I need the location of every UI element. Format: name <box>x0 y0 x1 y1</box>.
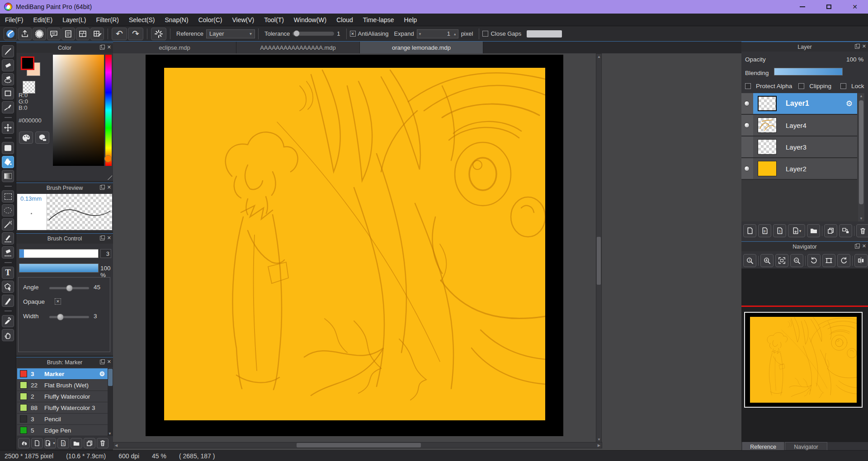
brush-row-edge-pen[interactable]: 5 Edge Pen <box>17 425 108 436</box>
protect-alpha-checkbox[interactable] <box>745 83 751 89</box>
scrollbar-thumb[interactable] <box>859 100 863 204</box>
menu-filter[interactable]: Filter(R) <box>91 14 124 26</box>
memo-button[interactable] <box>61 28 75 40</box>
operation-tool[interactable] <box>2 281 14 293</box>
layer-row-layer2[interactable]: Layer2 <box>741 158 857 180</box>
scroll-down-icon[interactable]: ▼ <box>859 216 863 221</box>
download-brush-button[interactable] <box>18 438 30 448</box>
menu-window[interactable]: Window(W) <box>289 14 331 26</box>
script-brush-button[interactable]: S <box>57 438 69 448</box>
popout-icon[interactable] <box>100 185 105 190</box>
undo-button[interactable]: ↶ <box>112 28 127 40</box>
reset-view-button[interactable] <box>822 254 835 267</box>
canvas-vertical-scrollbar[interactable]: ▲ ▼ <box>596 53 602 443</box>
canvas-artwork[interactable] <box>164 68 545 420</box>
saturation-value-picker[interactable] <box>53 55 104 166</box>
select-eraser-tool[interactable] <box>2 246 14 259</box>
panel-layout-button[interactable] <box>76 28 90 40</box>
brush-row-fluffy-watercolor-3[interactable]: 88 Fluffy Watercolor 3 <box>17 402 108 414</box>
palette-add-button[interactable] <box>35 132 49 144</box>
hand-tool[interactable] <box>2 329 14 341</box>
brush-tool[interactable] <box>2 45 14 57</box>
brush-opacity-slider[interactable] <box>19 263 99 273</box>
lasso-select-tool[interactable] <box>2 204 14 216</box>
brush-folder-button[interactable] <box>71 438 82 448</box>
close-icon[interactable]: ✕ <box>862 44 866 49</box>
layer-row-layer4[interactable]: Layer4 <box>741 115 857 136</box>
select-pen-tool[interactable] <box>2 232 14 245</box>
eraser-tool[interactable] <box>2 59 14 71</box>
move-tool[interactable] <box>2 122 14 134</box>
canvas-horizontal-scrollbar[interactable]: ◀ ▶ <box>113 442 602 448</box>
scroll-right-icon[interactable]: ▶ <box>598 443 600 447</box>
visibility-dot-icon[interactable] <box>744 122 750 128</box>
fill-shape-tool[interactable] <box>2 142 14 154</box>
menu-edit[interactable]: Edit(E) <box>28 14 57 26</box>
new-layer-button[interactable] <box>743 224 756 237</box>
panel-resize-grip[interactable] <box>108 175 112 180</box>
visibility-dot-icon[interactable] <box>744 166 750 171</box>
tolerance-slider[interactable] <box>292 32 334 36</box>
popout-icon[interactable] <box>855 44 860 49</box>
menu-view[interactable]: View(V) <box>227 14 259 26</box>
shape-brush-tool[interactable] <box>2 87 14 99</box>
menu-help[interactable]: Help <box>399 14 422 26</box>
menu-tool[interactable]: Tool(T) <box>259 14 289 26</box>
brush-size-value[interactable]: 3 <box>100 249 111 258</box>
tab-eclipse[interactable]: eclipse.mdp <box>113 42 236 53</box>
scroll-down-icon[interactable]: ▼ <box>108 432 112 436</box>
layer-row-layer1[interactable]: Layer1 ⚙ <box>741 93 857 115</box>
lasso-eraser-tool[interactable] <box>2 73 14 85</box>
rotate-cw-button[interactable] <box>837 254 850 267</box>
brush-row-flat-brush[interactable]: 22 Flat Brush (Wet) <box>17 380 108 391</box>
add-layer-menu-button[interactable]: ▾ <box>788 224 805 237</box>
brush-row-fluffy-watercolor[interactable]: 2 Fluffy Watercolor <box>17 391 108 402</box>
delete-brush-button[interactable] <box>97 438 108 448</box>
scrollbar-thumb[interactable] <box>108 369 113 386</box>
close-icon[interactable]: ✕ <box>107 185 111 190</box>
tolerance-slider-thumb[interactable] <box>293 30 300 37</box>
publish-button[interactable] <box>18 28 32 40</box>
close-gaps-checkbox[interactable] <box>482 31 488 37</box>
paint-mode-button[interactable] <box>4 28 17 40</box>
width-slider[interactable] <box>49 316 89 318</box>
minimize-button[interactable] <box>789 0 816 14</box>
close-icon[interactable]: ✕ <box>107 45 111 50</box>
duplicate-brush-button[interactable] <box>84 438 95 448</box>
text-tool[interactable]: T <box>2 267 14 279</box>
canvas-mat[interactable] <box>146 55 563 436</box>
angle-slider[interactable] <box>49 287 89 289</box>
duplicate-layer-button[interactable] <box>824 224 837 237</box>
hue-bar[interactable] <box>105 55 112 166</box>
polyline-tool[interactable] <box>2 101 14 113</box>
opaque-checkbox[interactable]: ✕ <box>55 298 61 305</box>
zoom-out-button[interactable] <box>790 254 803 267</box>
scroll-up-icon[interactable]: ▲ <box>859 94 863 98</box>
new-folder-button[interactable] <box>807 224 820 237</box>
close-icon[interactable]: ✕ <box>862 244 866 249</box>
gear-icon[interactable]: ⚙ <box>99 370 105 377</box>
maximize-button[interactable] <box>816 0 842 14</box>
bucket-tool[interactable] <box>2 156 14 168</box>
redo-button[interactable]: ↷ <box>128 28 143 40</box>
antialiasing-checkbox[interactable]: ✕ <box>350 31 356 37</box>
layer-visibility-strip[interactable] <box>741 115 753 136</box>
new-1bit-layer-button[interactable]: 1 <box>773 224 786 237</box>
clipping-checkbox[interactable] <box>798 83 804 89</box>
brush-list-scrollbar[interactable]: ▼ <box>108 368 113 436</box>
halftone-button[interactable] <box>33 28 46 40</box>
divide-tool[interactable] <box>2 295 14 307</box>
close-gaps-strength-bar[interactable] <box>527 30 562 38</box>
tab-orange-lemonade[interactable]: orange lemonade.mdp <box>360 42 483 53</box>
hue-marker[interactable] <box>104 155 112 162</box>
menu-color[interactable]: Color(C) <box>193 14 227 26</box>
merge-layer-button[interactable] <box>839 224 852 237</box>
fit-view-button[interactable] <box>775 254 788 267</box>
menu-layer[interactable]: Layer(L) <box>57 14 91 26</box>
tab-aaaa[interactable]: AAAAAAAAAAAAAAAA.mdp <box>236 42 360 53</box>
close-icon[interactable]: ✕ <box>107 235 111 240</box>
width-slider-thumb[interactable] <box>57 314 64 320</box>
marquee-select-tool[interactable] <box>2 190 14 202</box>
menu-file[interactable]: File(F) <box>0 14 28 26</box>
popout-icon[interactable] <box>100 235 105 240</box>
